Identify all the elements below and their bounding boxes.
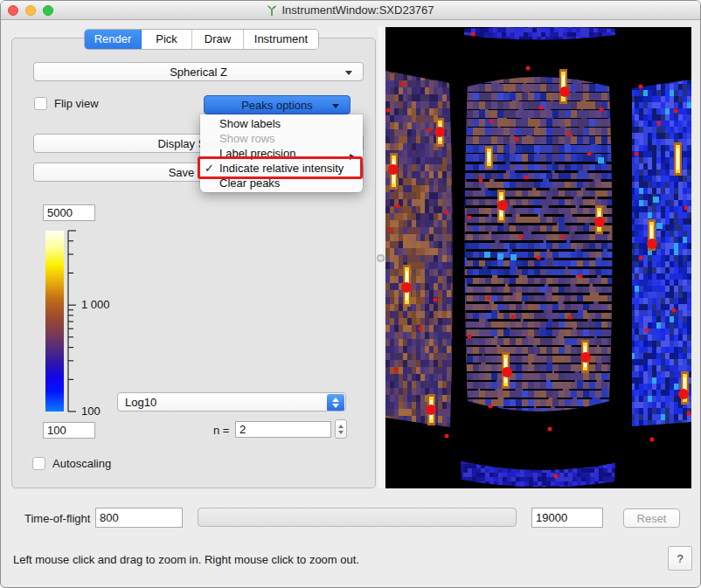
stepper-up-icon [338,425,344,428]
tab-bar: Render Pick Draw Instrument [84,29,319,50]
tab-pick[interactable]: Pick [142,30,192,49]
tof-label: Time-of-flight [24,512,90,525]
peaks-options-label: Peaks options [241,99,313,112]
colorbar-axis: 1 000100 [64,229,142,416]
menu-item-clear-peaks[interactable]: Clear peaks [200,176,363,190]
title-bar: InstrumentWindow:SXD23767 [1,1,700,20]
chevron-down-icon [332,104,339,108]
peaks-options-button[interactable]: Peaks options [204,95,350,114]
minimize-button[interactable] [25,5,36,16]
power-stepper[interactable] [335,419,347,439]
scale-type-combo[interactable]: Log10 [117,392,346,412]
help-button[interactable]: ? [668,546,692,571]
stepper-up-icon [332,398,339,402]
indicate-relative-intensity-text: Indicate relative intensity [219,162,344,175]
chevron-down-icon [345,71,352,75]
flip-view-label: Flip view [54,97,99,110]
power-label: n = [213,424,229,437]
status-message: Left mouse click and drag to zoom in. Ri… [13,553,359,566]
reset-label: Reset [637,512,667,525]
tab-draw[interactable]: Draw [192,30,244,49]
help-label: ? [677,552,683,565]
autoscaling-row: Autoscaling [32,457,111,470]
zoom-button[interactable] [43,5,53,16]
close-button[interactable] [8,5,18,16]
tof-max-input[interactable] [531,508,603,528]
menu-item-show-rows: Show rows [200,131,363,146]
checkmark-icon: ✓ [205,161,214,176]
power-input[interactable] [235,421,331,438]
instrument-render[interactable] [385,27,691,488]
menu-item-show-labels[interactable]: Show labels [200,116,363,131]
menu-item-indicate-relative-intensity[interactable]: ✓ Indicate relative intensity [200,161,363,176]
scale-max-input[interactable] [43,204,95,221]
splitter-handle-icon[interactable] [377,254,385,262]
window-title: InstrumentWindow:SXD23767 [281,3,434,17]
colorbar-tick-label: 100 [81,405,101,418]
label-precision-text: Label precision [219,147,295,160]
tof-min-input[interactable] [95,508,183,528]
menu-item-label-precision[interactable]: Label precision ▶ [200,146,363,161]
peaks-options-menu: Show labels Show rows Label precision ▶ … [200,114,363,192]
tof-slider[interactable] [198,508,517,527]
stepper-down-icon [338,431,344,434]
projection-value: Spherical Z [170,66,227,79]
autoscaling-label: Autoscaling [52,457,111,470]
instrument-window: InstrumentWindow:SXD23767 Render Pick Dr… [0,0,701,588]
combo-stepper-icon [327,394,344,412]
mantid-icon [267,4,277,17]
reset-button[interactable]: Reset [623,508,680,528]
flip-view-row: Flip view [34,97,99,110]
flip-view-checkbox[interactable] [34,97,47,110]
stepper-down-icon [332,404,339,408]
projection-combo[interactable]: Spherical Z [33,62,364,81]
scale-type-value: Log10 [125,396,156,409]
colorbar-tick-label: 1 000 [81,298,110,311]
scale-min-input[interactable] [43,422,95,439]
tab-instrument[interactable]: Instrument [244,30,318,49]
autoscaling-checkbox[interactable] [32,457,45,470]
colorbar[interactable] [45,231,64,412]
tab-render[interactable]: Render [85,30,142,49]
